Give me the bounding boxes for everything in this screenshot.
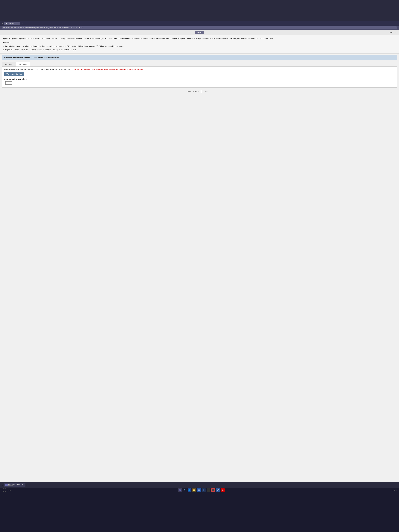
view-transaction-button[interactable]: View transaction list [4,72,24,76]
taskbar-anything-label: ything [7,489,11,491]
problem-area: Aquatic Equipment Corporation decided to… [0,35,399,54]
taskbar-app1-icon[interactable]: L [202,488,206,492]
page-current: 6 [193,91,194,93]
arrow-icon: › [4,82,5,84]
tab-desc-part2: (If no entry is required for a transacti… [71,69,144,70]
file-name: 0104scheduleFall20....docx [8,484,24,485]
tab-close-button[interactable]: × [18,23,18,24]
windows-taskbar: ything ⊞ 🔍 🌐 📁 ✉ L ↩ ⬛ W Bb ∧ □ ◁ [0,488,399,492]
new-tab-button[interactable]: + [20,22,24,25]
required-item-1: 1. Calculate the balance in retained ear… [3,45,396,48]
top-bar: Saved Help S [0,30,399,35]
skip-link[interactable]: S [395,32,396,33]
problem-body: Aquatic Equipment Corporation decided to… [3,37,396,40]
file-details: 0104scheduleFall20....docx Removed [8,484,24,486]
windows-search-button[interactable] [3,488,6,492]
tabs-row: Required 1 Required 2 [2,62,397,66]
page-total: 6 [198,91,199,93]
help-link[interactable]: Help [390,32,393,33]
tab-description: Prepare the journal entry at the beginni… [4,68,395,71]
tab2-content: Prepare the journal entry at the beginni… [2,66,397,88]
required-item-2: 2. Prepare the journal entry at the begi… [3,49,396,51]
taskbar-ellipsis-left: ... [2,484,3,486]
taskbar-left: ything [3,488,11,492]
journal-entry-input[interactable] [5,81,12,85]
taskbar-edge-icon[interactable]: 🌐 [188,488,191,492]
page-info: 6 of 6 [193,90,202,93]
taskbar-mail-icon[interactable]: ✉ [197,488,201,492]
journal-input-row: › [4,81,395,85]
main-content: Saved Help S Aquatic Equipment Corporati… [0,30,399,482]
taskbar-app3-icon[interactable]: ⬛ [211,488,215,492]
taskbar-network-icon: □ [394,489,395,491]
bottom-dark-area [0,492,399,532]
item2-text: Prepare the journal entry at the beginni… [5,49,76,51]
grid-view-icon[interactable] [200,90,202,93]
item2-num: 2. [3,49,4,51]
tab-bar: × 📄 Connect × + [0,21,399,25]
taskbar-sound-icon: ◁ [395,489,396,491]
browser-chrome: × 📄 Connect × + https://ezto.mheducation… [0,21,399,30]
tab-label: Connect [9,22,14,24]
saved-badge: Saved [195,31,204,34]
file-docx-icon: W [5,484,8,486]
journal-worksheet-title: Journal entry worksheet [4,78,395,80]
nav-dot [212,91,213,92]
window-close-button[interactable]: × [1,22,4,25]
navigation-footer: Prev 6 of 6 Next › [0,89,399,95]
file-status: Removed [8,485,24,486]
chevron-right-icon: › [209,91,209,93]
tab-required-1[interactable]: Required 1 [2,62,16,66]
required-label: Required: [3,41,396,44]
taskbar-search-icon[interactable]: 🔍 [183,488,187,492]
prev-button[interactable]: Prev [186,90,190,93]
taskbar-chevron-up[interactable]: ∧ [392,489,393,491]
top-bar-right: Help S [390,32,396,33]
windows-start-icon[interactable]: ⊞ [178,488,182,492]
tab-desc-part1: Prepare the journal entry at the beginni… [4,69,71,70]
item1-num: 1. [3,45,4,47]
prev-label: Prev [187,91,191,93]
browser-tab[interactable]: 📄 Connect × [4,22,20,25]
taskbar-word-icon[interactable]: W [216,488,220,492]
taskbar-right: ∧ □ ◁ [392,489,396,491]
tab-document-icon: 📄 [6,23,7,24]
taskbar-bb-icon[interactable]: Bb [221,488,225,492]
taskbar-file-item[interactable]: W 0104scheduleFall20....docx Removed [4,483,25,487]
info-box: Complete this question by entering your … [2,55,397,60]
taskbar-center: ⊞ 🔍 🌐 📁 ✉ L ↩ ⬛ W Bb [178,488,225,492]
of-label: of [195,91,197,93]
info-box-text: Complete this question by entering your … [4,56,59,58]
tab-required-2[interactable]: Required 2 [16,62,30,66]
url-field[interactable]: https://ezto.mheducation.com/ext/map/ind… [2,26,397,29]
taskbar-file-options[interactable]: ... [26,484,28,486]
next-button[interactable]: Next › [205,91,209,93]
taskbar-folder-icon[interactable]: 📁 [192,488,196,492]
address-bar: https://ezto.mheducation.com/ext/map/ind… [0,25,399,30]
next-label: Next [205,91,209,93]
item1-text: Calculate the balance in retained earnin… [5,45,124,47]
taskbar-file-area: ... W 0104scheduleFall20....docx Removed… [0,482,399,488]
tabs-container: Required 1 Required 2 [2,62,397,66]
top-dark-area [0,0,399,21]
taskbar-app2-icon[interactable]: ↩ [207,488,210,492]
